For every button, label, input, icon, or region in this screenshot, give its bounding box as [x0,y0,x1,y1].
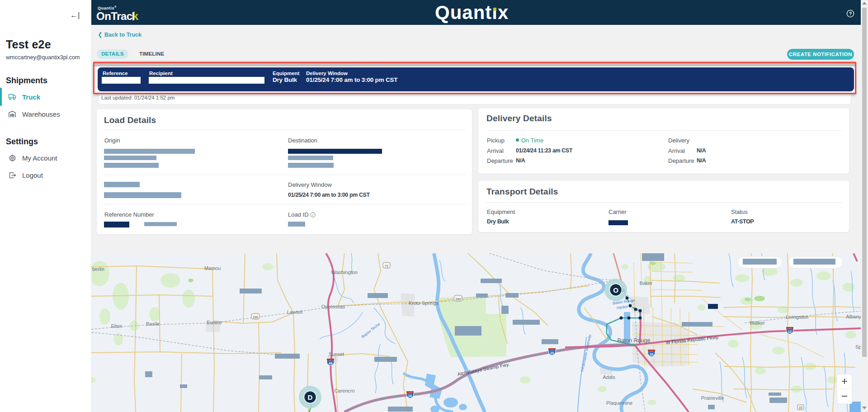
svg-text:O: O [613,286,618,294]
svg-text:Albany: Albany [846,314,861,319]
svg-text:Krotz Springs: Krotz Springs [409,300,439,306]
svg-text:12: 12 [788,330,792,333]
svg-text:10: 10 [408,394,412,398]
svg-text:Elton: Elton [111,323,122,329]
svg-text:Lawtell: Lawtell [287,309,302,315]
svg-text:71: 71 [385,265,388,268]
svg-text:Spr: Spr [855,344,861,350]
svg-text:190: 190 [253,316,258,319]
svg-text:Basile: Basile [146,321,160,327]
svg-text:49: 49 [329,362,332,365]
svg-text:i: i [312,213,313,217]
svg-text:Eunice: Eunice [207,320,222,325]
svg-text:Sunset: Sunset [329,351,344,357]
svg-text:berlin: berlin [92,266,104,272]
svg-text:?: ? [849,11,852,16]
svg-text:22: 22 [799,406,802,409]
svg-text:Walker: Walker [750,320,765,326]
svg-text:Opelousas: Opelousas [321,304,345,309]
svg-text:Plaquemine: Plaquemine [606,400,632,406]
svg-text:Baker: Baker [640,280,653,286]
svg-text:10: 10 [550,351,554,355]
svg-text:D: D [308,393,313,401]
svg-text:Prairieville: Prairieville [701,395,724,401]
svg-text:Mamou: Mamou [204,265,221,271]
svg-text:Carencro: Carencro [334,388,354,393]
svg-text:Washington: Washington [331,270,358,275]
svg-text:Baton Rouge: Baton Rouge [618,337,651,344]
svg-text:10: 10 [650,353,653,356]
svg-text:190: 190 [455,298,461,301]
svg-text:Addis: Addis [603,374,615,380]
svg-text:Livingston: Livingston [786,314,808,320]
